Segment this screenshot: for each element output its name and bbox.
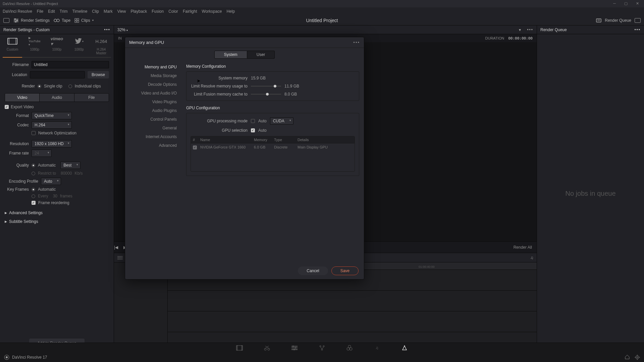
menu-davinci[interactable]: DaVinci Resolve <box>3 9 32 14</box>
page-fusion[interactable] <box>318 344 326 352</box>
window-close[interactable]: ✕ <box>632 0 643 7</box>
zoom-level[interactable]: 32% ▾ <box>117 27 128 32</box>
tab-video[interactable]: Video <box>5 94 40 102</box>
nav-video-audio-io[interactable]: Video and Audio I/O <box>125 89 181 98</box>
toolbar-render-queue-label[interactable]: Render Queue <box>605 18 631 23</box>
nav-media-storage[interactable]: Media Storage <box>125 71 181 80</box>
codec-select[interactable]: H.264 <box>32 121 72 129</box>
export-video-checkbox[interactable] <box>5 105 9 109</box>
page-deliver[interactable] <box>401 344 408 352</box>
gpu-th-details[interactable]: Details <box>298 138 353 142</box>
window-maximize[interactable]: ▢ <box>621 0 631 7</box>
encoding-profile-select[interactable]: Auto <box>41 178 61 185</box>
limit-resolve-slider[interactable] <box>251 86 281 86</box>
gear-icon[interactable] <box>635 355 640 360</box>
menu-file[interactable]: File <box>37 9 43 14</box>
gpu-mode-auto-checkbox[interactable] <box>251 119 255 123</box>
filename-input[interactable] <box>32 61 109 68</box>
page-media[interactable] <box>236 344 243 352</box>
tab-user[interactable]: User <box>247 51 275 59</box>
menu-fairlight[interactable]: Fairlight <box>183 9 197 14</box>
gpu-th-name[interactable]: Name <box>200 138 254 142</box>
menu-clip[interactable]: Clip <box>92 9 99 14</box>
viewer-menu-icon[interactable]: ••• <box>527 27 533 32</box>
menu-fusion[interactable]: Fusion <box>152 9 164 14</box>
gpu-th-memory[interactable]: Memory <box>254 138 274 142</box>
preset-custom[interactable] <box>2 37 22 46</box>
radio-single-clip[interactable] <box>38 84 41 88</box>
menu-workspace[interactable]: Workspace <box>202 9 222 14</box>
window-minimize[interactable]: ─ <box>609 0 620 7</box>
nav-decode-options[interactable]: Decode Options <box>125 80 181 89</box>
nav-advanced[interactable]: Advanced <box>125 141 181 150</box>
dialog-menu-icon[interactable]: ••• <box>353 40 360 45</box>
svg-point-33 <box>293 349 295 350</box>
resolution-select[interactable]: 644 x 362 HD <box>32 140 72 147</box>
tab-audio[interactable]: Audio <box>40 94 74 102</box>
page-edit[interactable] <box>291 344 298 352</box>
toolbar-clips[interactable]: Clips ▾ <box>74 18 94 23</box>
nav-general[interactable]: General <box>125 124 181 132</box>
subtitle-settings-expander[interactable]: ▶ Subtitle Settings <box>0 217 114 226</box>
page-fairlight[interactable]: ♫ <box>373 344 381 352</box>
toolbar-panel-right[interactable] <box>635 18 641 23</box>
network-opt-checkbox[interactable] <box>32 131 36 135</box>
radio-keyframes-auto[interactable] <box>32 188 35 191</box>
menu-help[interactable]: Help <box>226 9 235 14</box>
limit-fusion-slider[interactable] <box>251 94 281 95</box>
render-all-label[interactable]: Render All <box>514 245 532 250</box>
frame-reorder-checkbox[interactable] <box>32 201 36 205</box>
menu-trim[interactable]: Trim <box>60 9 68 14</box>
prev-clip-icon[interactable]: |◀ <box>114 245 118 250</box>
preset-youtube[interactable]: ▶ YouTube ▾ <box>24 37 45 46</box>
gpu-mode-select[interactable]: CUDA <box>270 117 293 125</box>
quality-best-select[interactable]: Best <box>60 162 80 169</box>
timeline-view-icon[interactable] <box>117 256 123 260</box>
menu-timeline[interactable]: Timeline <box>72 9 87 14</box>
radio-keyframes-every[interactable] <box>32 194 35 198</box>
panel-menu-icon[interactable]: ••• <box>634 27 641 32</box>
youtube-icon: ▶ YouTube ▾ <box>29 37 41 46</box>
radio-restrict[interactable] <box>32 172 35 175</box>
svg-point-44 <box>6 356 8 358</box>
system-memory-label: System memory <box>191 76 248 80</box>
radio-individual-clips[interactable] <box>68 84 72 88</box>
cancel-button[interactable]: Cancel <box>298 266 328 275</box>
menu-mark[interactable]: Mark <box>104 9 113 14</box>
advanced-settings-expander[interactable]: ▶ Advanced Settings <box>0 208 114 217</box>
menu-edit[interactable]: Edit <box>48 9 55 14</box>
gpu-selection-auto-checkbox[interactable] <box>251 128 255 132</box>
location-input[interactable] <box>30 71 85 78</box>
nav-memory-gpu[interactable]: Memory and GPU <box>125 63 181 71</box>
browse-button[interactable]: Browse <box>88 71 109 78</box>
toolbar-tape[interactable]: Tape <box>54 18 70 23</box>
save-button[interactable]: Save <box>331 266 359 275</box>
format-select[interactable]: QuickTime <box>32 112 72 119</box>
tab-system[interactable]: System <box>214 51 247 59</box>
viewer-dropdown[interactable]: ▾ <box>519 27 521 32</box>
panel-menu-icon[interactable]: ••• <box>104 27 110 32</box>
nav-video-plugins[interactable]: Video Plugins <box>125 98 181 106</box>
page-cut[interactable] <box>263 344 271 352</box>
svg-point-24 <box>264 348 266 350</box>
svg-point-40 <box>347 348 350 350</box>
tab-file[interactable]: File <box>74 94 109 102</box>
toolbar-render-settings[interactable]: Render Settings <box>13 18 50 23</box>
menu-view[interactable]: View <box>117 9 126 14</box>
nav-control-panels[interactable]: Control Panels <box>125 115 181 124</box>
gpu-th-type[interactable]: Type <box>274 138 298 142</box>
home-icon[interactable] <box>625 355 630 360</box>
menu-playback[interactable]: Playback <box>130 9 147 14</box>
page-switcher: ♫ <box>0 343 644 353</box>
music-icon[interactable]: ♫ <box>530 255 533 260</box>
page-color[interactable] <box>346 344 353 352</box>
preset-h264[interactable]: H.264 <box>91 37 111 46</box>
gpu-row[interactable]: NVIDIA GeForce GTX 1660 6.0 GB Discrete … <box>191 143 355 151</box>
preset-vimeo[interactable]: vimeo ▾ <box>47 37 67 46</box>
radio-quality-auto[interactable] <box>32 164 35 167</box>
toolbar-panel-left[interactable] <box>3 18 9 23</box>
nav-audio-plugins[interactable]: Audio Plugins <box>125 106 181 115</box>
preset-twitter[interactable]: ▾ <box>69 37 89 46</box>
nav-internet-accounts[interactable]: Internet Accounts <box>125 132 181 141</box>
menu-color[interactable]: Color <box>168 9 178 14</box>
